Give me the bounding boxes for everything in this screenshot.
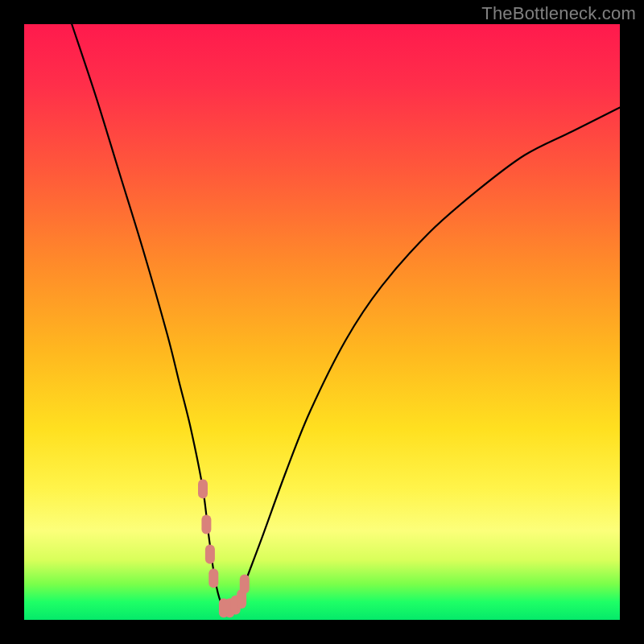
watermark-text: TheBottleneck.com [481, 3, 636, 24]
chart-frame: TheBottleneck.com [0, 0, 644, 644]
curve-layer [24, 24, 620, 620]
highlight-point [201, 515, 211, 535]
plot-area [24, 24, 620, 620]
highlight-point [208, 568, 218, 588]
highlight-point [240, 575, 250, 594]
bottleneck-curve [72, 24, 620, 609]
highlight-point [205, 545, 215, 564]
highlight-points [198, 479, 250, 617]
highlight-point [198, 479, 208, 498]
